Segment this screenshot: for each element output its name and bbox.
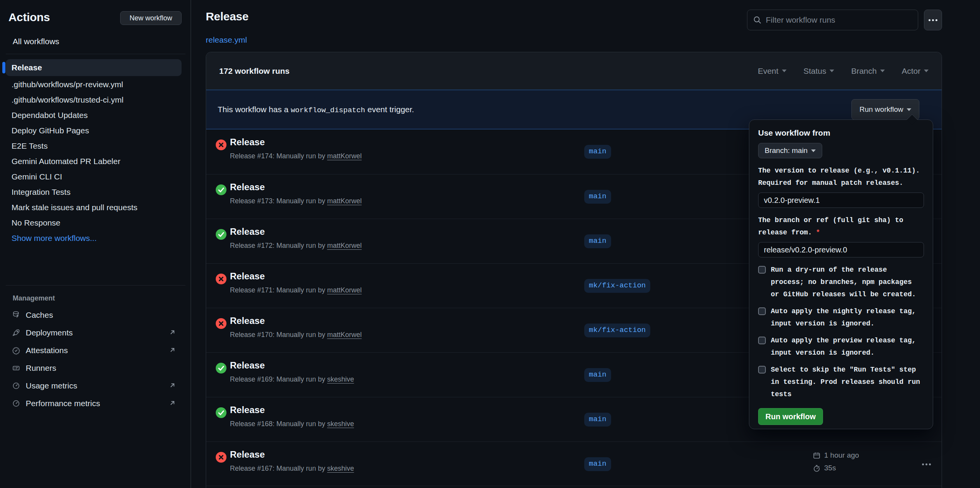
sidebar-workflow-item[interactable]: Show more workflows... [6,231,182,246]
management-item-label: Performance metrics [26,399,100,408]
actor-link[interactable]: skeshive [327,375,354,383]
sidebar-workflow-item[interactable]: E2E Tests [6,138,182,154]
run-title-link[interactable]: Release [230,448,354,461]
workflow-list: Release .github/workflows/pr-review.yml … [6,59,182,246]
management-list: Caches [6,306,185,412]
run-subtitle: Release #171: Manually run by mattKorwel [230,285,362,295]
run-subtitle: Release #168: Manually run by skeshive [230,419,354,428]
sidebar-item-label: Gemini CLI CI [12,172,62,181]
management-item[interactable]: Usage metrics [6,377,185,395]
sidebar-workflow-item[interactable]: Gemini Automated PR Labeler [6,154,182,169]
filter-dropdown[interactable]: Branch [851,66,885,76]
filter-dropdown[interactable]: Event [758,66,787,76]
actor-link[interactable]: mattKorwel [327,242,362,249]
ref-input[interactable] [758,242,924,257]
management-item[interactable]: Caches [6,306,185,324]
actions-title: Actions [8,11,50,24]
filter-label: Branch [851,66,877,76]
run-subtitle: Release #169: Manually run by skeshive [230,375,354,384]
version-input[interactable] [758,193,924,208]
filter-dropdown[interactable]: Status [803,66,835,76]
actor-link[interactable]: skeshive [327,465,354,472]
run-title-link[interactable]: Release [230,136,362,148]
run-title-link[interactable]: Release [230,315,362,327]
sidebar-item-label: Integration Tests [12,188,71,196]
actor-link[interactable]: skeshive [327,420,354,428]
stopwatch-icon [813,464,821,472]
run-workflow-submit-button[interactable]: Run workflow [758,408,823,425]
option-checkbox[interactable] [758,307,766,315]
chevron-down-icon [880,70,885,72]
banner-text: This workflow has aworkflow_dispatcheven… [218,105,414,115]
run-time: 1 hour ago [824,451,859,460]
branch-badge[interactable]: main [584,413,611,427]
actor-link[interactable]: mattKorwel [327,331,362,339]
branch-badge[interactable]: main [584,457,611,471]
chevron-down-icon [924,70,929,72]
chevron-down-icon [907,108,911,111]
branch-badge[interactable]: main [584,234,611,248]
calendar-icon [813,451,821,460]
branch-badge[interactable]: mk/fix-action [584,324,650,337]
sidebar-item-label: No Response [12,218,60,227]
sidebar-item-all-workflows[interactable]: All workflows [13,37,59,46]
check-circle-icon [215,362,227,374]
search-input[interactable] [766,10,915,30]
sidebar-workflow-item[interactable]: .github/workflows/pr-review.yml [6,77,182,92]
sidebar-divider [6,285,185,285]
x-circle-icon [215,451,227,463]
management-item[interactable]: Performance metrics [6,395,185,412]
sidebar-workflow-item[interactable]: .github/workflows/trusted-ci.yml [6,92,182,108]
new-workflow-button[interactable]: New workflow [120,11,182,25]
run-title-link[interactable]: Release [230,404,354,416]
external-link-icon [169,399,176,408]
run-status-icon [215,139,227,151]
run-title-link[interactable]: Release [230,270,362,282]
run-subtitle: Release #173: Manually run by mattKorwel [230,196,362,206]
gauge-icon [12,399,20,408]
sidebar-item-label: Show more workflows... [12,234,97,242]
sidebar-workflow-item[interactable]: Gemini CLI CI [6,169,182,184]
option-checkbox[interactable] [758,337,766,344]
sidebar-workflow-item[interactable]: No Response [6,215,182,231]
sidebar-workflow-item[interactable]: Mark stale issues and pull requests [6,200,182,215]
sidebar-workflow-item[interactable]: Dependabot Updates [6,108,182,123]
actor-link[interactable]: mattKorwel [327,152,362,160]
branch-badge[interactable]: main [584,190,611,204]
option-row: Auto apply the nightly release tag, inpu… [758,305,924,330]
x-circle-icon [215,273,227,285]
management-item[interactable]: Attestations [6,342,185,359]
run-title-link[interactable]: Release [230,226,362,238]
actor-link[interactable]: mattKorwel [327,197,362,205]
x-circle-icon [215,139,227,151]
sidebar-workflow-item[interactable]: Release [6,59,182,76]
option-row: Auto apply the preview release tag, inpu… [758,334,924,359]
sidebar-workflow-item[interactable]: Deploy GitHub Pages [6,123,182,138]
actor-link[interactable]: mattKorwel [327,286,362,294]
management-item[interactable]: Runners [6,359,185,377]
workflow-file-link[interactable]: release.yml [206,35,247,45]
run-subtitle: Release #167: Manually run by skeshive [230,464,354,473]
management-item-label: Runners [26,364,56,373]
run-kebab-menu-button[interactable] [916,453,937,475]
management-item[interactable]: Deployments [6,324,185,342]
ref-input-description: The branch or ref (full git sha) to rele… [758,214,924,239]
runs-count: 172 workflow runs [219,66,289,76]
branch-select-button[interactable]: Branch: main [758,143,822,158]
option-checkbox[interactable] [758,266,766,274]
sidebar-workflow-item[interactable]: Integration Tests [6,184,182,200]
branch-badge[interactable]: main [584,145,611,159]
option-checkbox[interactable] [758,366,766,373]
run-title-link[interactable]: Release [230,359,354,372]
branch-badge[interactable]: main [584,368,611,382]
run-title-link[interactable]: Release [230,181,362,193]
workflow-run-row[interactable]: Release Release #167: Manually run by sk… [206,442,942,486]
runs-card-header: 172 workflow runs Event Status Branch [206,52,942,90]
filter-dropdown[interactable]: Actor [902,66,929,76]
run-status-icon [215,451,227,463]
page-kebab-menu-button[interactable] [924,10,942,30]
run-status-icon [215,318,227,329]
external-link-icon [169,329,176,338]
branch-badge[interactable]: mk/fix-action [584,279,650,293]
chevron-down-icon [830,70,834,72]
